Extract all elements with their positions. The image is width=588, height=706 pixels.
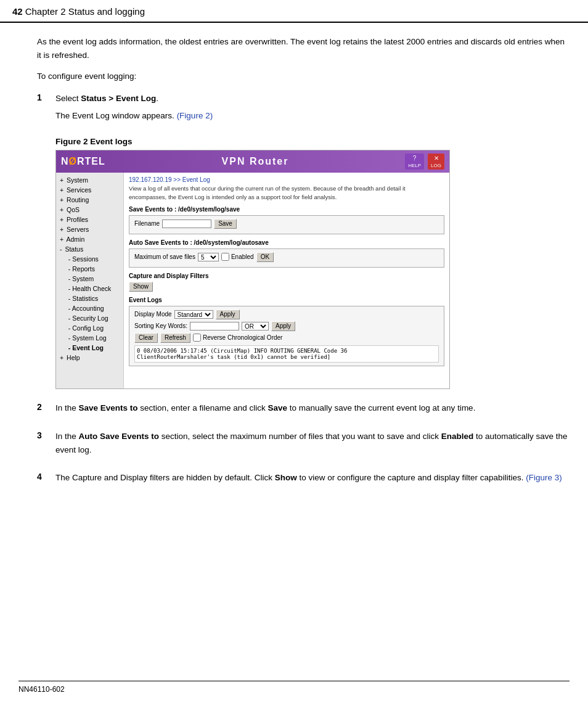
page-body: As the event log adds information, the o… [0,23,588,512]
page-footer: NN46110-602 [18,681,570,694]
sidebar-item-help[interactable]: + Help [56,353,123,363]
step-num-1: 1 [37,92,55,102]
sidebar-item-system-sub[interactable]: - System [56,274,123,284]
step-2-content: In the Save Events to section, enter a f… [55,401,570,419]
enabled-checkbox[interactable] [221,253,229,261]
refresh-btn[interactable]: Refresh [160,333,190,343]
save-section-label: Save Events to : /de0/system/log/save [129,206,444,213]
max-files-select[interactable]: 5 10 20 [198,253,219,261]
screenshot-main-panel: 192.167.120.19 >> Event Log View a log o… [124,173,449,388]
autosave-section-label: Auto Save Events to : /de0/system/log/au… [129,239,444,246]
step-4-content: The Capture and Display filters are hidd… [55,471,570,488]
chapter-title: 42 [12,6,23,17]
page-description: View a log of all events that occur duri… [129,184,444,201]
nav-sidebar: + System + Services + Routing + QoS + Pr… [56,173,124,388]
event-logs-label: Event Logs [129,297,444,303]
filename-input[interactable] [162,220,211,228]
sidebar-item-securitylog[interactable]: - Security Log [56,313,123,323]
sidebar-item-reports[interactable]: - Reports [56,264,123,274]
step-num-2: 2 [37,401,55,412]
apply-btn-2[interactable]: Apply [271,321,295,331]
step-num-4: 4 [37,471,55,482]
display-mode-select[interactable]: Standard Verbose [174,310,213,319]
display-mode-row: Display Mode Standard Verbose Apply [134,310,439,319]
save-btn[interactable]: Save [214,219,237,229]
step-4: 4 The Capture and Display filters are hi… [37,471,570,488]
or-select[interactable]: OR AND [242,322,269,330]
sorting-input[interactable] [190,322,239,330]
nortel-logo: NØRTEL [61,156,105,167]
nortel-header: NØRTEL VPN Router ?HELP ✕LOG [56,150,449,173]
screenshot: NØRTEL VPN Router ?HELP ✕LOG + System + … [55,150,450,389]
event-logs-box: Display Mode Standard Verbose Apply Sort… [129,306,444,366]
step-3: 3 In the Auto Save Events to section, se… [37,430,570,460]
footer-text: NN46110-602 [18,685,65,694]
step-3-content: In the Auto Save Events to section, sele… [55,430,570,460]
step-2: 2 In the Save Events to section, enter a… [37,401,570,419]
sidebar-item-systemlog[interactable]: - System Log [56,333,123,343]
log-entries: 0 08/03/2006 15:17:45 (CircuitMap) INFO … [134,345,439,363]
capture-box: Show [129,282,444,292]
page-header: 42 Chapter 2 Status and logging [0,0,588,23]
screenshot-body: + System + Services + Routing + QoS + Pr… [56,173,449,388]
logout-icon-btn[interactable]: ✕LOG [428,154,444,170]
sidebar-item-profiles[interactable]: + Profiles [56,215,123,224]
step-1: 1 Select Status > Event Log. The Event L… [37,92,570,126]
nortel-product-title: VPN Router [105,156,405,167]
step-1-bold: Status > Event Log [81,94,156,103]
clear-refresh-row: Clear Refresh Reverse Chronological Orde… [134,333,439,343]
sidebar-item-services[interactable]: + Services [56,185,123,195]
sidebar-item-sessions[interactable]: - Sessions [56,254,123,264]
figure2-link[interactable]: (Figure 2) [177,111,213,120]
sidebar-item-statistics[interactable]: - Statistics [56,293,123,303]
sidebar-item-admin[interactable]: + Admin [56,234,123,244]
sidebar-item-configlog[interactable]: - Config Log [56,323,123,333]
sidebar-item-eventlog[interactable]: - Event Log [56,343,123,353]
figure-caption: Figure 2 Event logs [55,137,570,146]
filename-row: Filename Save [134,219,439,229]
nortel-icon-bar: ?HELP ✕LOG [405,154,444,170]
sidebar-item-system[interactable]: + System [56,175,123,185]
capture-section-label: Capture and Display Filters [129,273,444,279]
sidebar-item-status[interactable]: - Status [56,244,123,254]
save-events-box: Filename Save [129,215,444,234]
reverse-order-checkbox[interactable] [193,334,201,342]
sidebar-item-routing[interactable]: + Routing [56,195,123,205]
chapter-name: Chapter 2 Status and logging [25,6,145,17]
help-icon-btn[interactable]: ?HELP [405,154,424,170]
intro-para2: To configure event logging: [37,72,570,81]
step-num-3: 3 [37,430,55,440]
log-entry-2: ClientRouterMarshaler's task (tid 0x1) c… [137,354,436,360]
clear-btn[interactable]: Clear [134,333,158,343]
sidebar-item-accounting[interactable]: - Accounting [56,303,123,313]
sorting-label: Sorting Key Words: [134,322,187,329]
sorting-row: Sorting Key Words: OR AND Apply [134,321,439,331]
autosave-events-box: Maximum of save files 5 10 20 Enabled OK [129,248,444,268]
max-files-label: Maximum of save files [134,253,195,260]
ok-btn[interactable]: OK [256,252,274,262]
intro-para1: As the event log adds information, the o… [37,35,570,62]
figure3-link[interactable]: (Figure 3) [526,473,562,482]
sidebar-item-qos[interactable]: + QoS [56,205,123,215]
log-entry-1: 0 08/03/2006 15:17:45 (CircuitMap) INFO … [137,348,436,354]
display-mode-label: Display Mode [134,311,172,318]
autosave-row: Maximum of save files 5 10 20 Enabled OK [134,252,439,262]
enabled-checkbox-label: Enabled [221,253,254,261]
reverse-order-label: Reverse Chronological Order [193,334,283,342]
step-1-content: Select Status > Event Log. The Event Log… [55,92,570,126]
sidebar-item-servers[interactable]: + Servers [56,224,123,234]
show-btn[interactable]: Show [129,282,153,292]
apply-btn-1[interactable]: Apply [216,310,240,319]
sidebar-item-healthcheck[interactable]: - Health Check [56,284,123,293]
breadcrumb: 192.167.120.19 >> Event Log [129,176,444,183]
filename-label: Filename [134,220,160,227]
